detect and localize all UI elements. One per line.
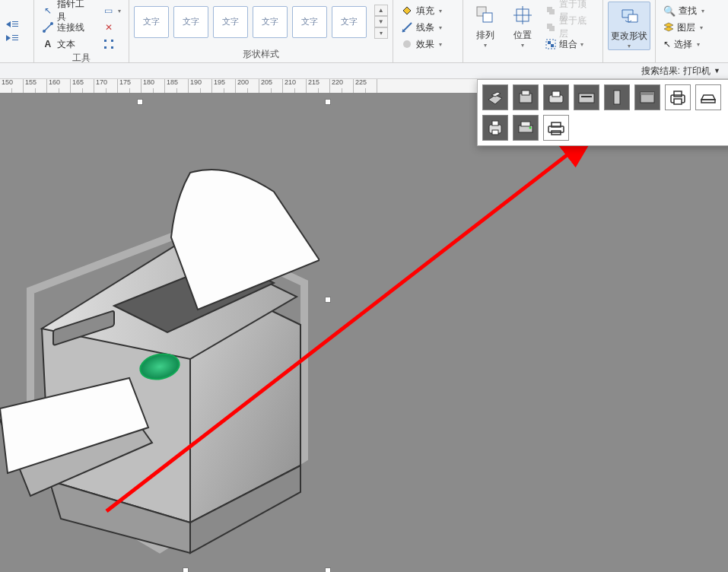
sel-handle-s[interactable] [183,567,189,572]
text-icon: A [42,38,54,50]
canvas[interactable] [0,93,728,572]
svg-rect-1 [12,24,18,24]
svg-rect-43 [492,130,498,135]
svg-rect-0 [12,21,18,22]
svg-rect-34 [614,91,620,104]
shape-search-popup [477,79,728,146]
ribbon-edge [0,0,34,62]
svg-rect-24 [551,44,554,47]
shape-thumb-2[interactable]: 文字 [173,6,208,38]
printer-icon-4[interactable] [574,84,599,110]
rect-tool[interactable]: ▭▾ [100,3,124,18]
svg-point-46 [529,127,532,129]
svg-rect-8 [104,40,106,42]
group-icon [545,39,556,49]
shape-thumb-5[interactable]: 文字 [292,6,327,38]
search-term: 打印机 [683,65,711,78]
send-back-button[interactable]: 置于底层 [542,20,597,35]
svg-rect-23 [548,41,551,44]
svg-rect-5 [12,40,18,40]
printer-icon-6[interactable] [634,84,660,110]
svg-rect-10 [104,46,106,49]
svg-rect-31 [552,91,560,97]
send-back-icon [545,22,556,33]
printer-icon-2[interactable] [513,84,539,110]
select-button[interactable]: ↖选择▾ [660,37,707,52]
svg-point-7 [50,22,53,25]
printer-icon-10[interactable] [513,115,539,141]
printer-icon-5[interactable] [604,84,630,110]
svg-rect-2 [12,26,18,27]
find-button[interactable]: 🔍查找▾ [660,3,707,18]
tools-group-label: 工具 [39,52,124,66]
text-tool[interactable]: A 文本 [39,37,97,52]
fill-button[interactable]: 填充▾ [398,3,445,18]
ribbon: ↖ 指针工具 连接线 A 文本 ▭▾ ✕ 工具 [0,0,728,63]
dots-icon [103,38,115,50]
sel-handle-n[interactable] [137,99,143,105]
bring-front-icon [545,5,556,16]
pointer-icon: ↖ [42,5,54,17]
chevron-down-icon[interactable]: ▼ [714,67,720,75]
printer-icon-11[interactable] [543,115,569,141]
layers-button[interactable]: 图层▾ [660,20,707,35]
arrange-group: 排列▾ 位置▾ 置于顶层 置于底层 组合▾ [463,0,602,62]
printer-shape[interactable] [0,138,319,564]
svg-point-12 [403,40,411,48]
editing-group: 🔍查找▾ 图层▾ ↖选择▾ [656,0,728,62]
gallery-more[interactable]: ▾ [374,27,388,39]
effect-icon [401,38,413,50]
shape-thumb-6[interactable]: 文字 [332,6,367,38]
outdent-icon[interactable] [5,20,20,29]
sel-handle-e[interactable] [325,297,331,303]
svg-rect-19 [549,9,555,14]
change-shape-group: 更改形状▾ [603,0,656,62]
indent-icon[interactable] [5,33,20,43]
change-shape-button[interactable]: 更改形状▾ [608,2,650,50]
gallery-up[interactable]: ▲ [374,5,388,16]
gallery-down[interactable]: ▼ [374,16,388,27]
arrange-button[interactable]: 排列▾ [468,2,502,49]
svg-rect-4 [12,37,18,38]
search-label: 搜索结果: [641,65,680,78]
tools-group: ↖ 指针工具 连接线 A 文本 ▭▾ ✕ 工具 [34,0,129,62]
printer-icon-9[interactable] [482,115,508,141]
shape-thumb-3[interactable]: 文字 [213,6,248,38]
svg-rect-9 [111,40,113,42]
sel-handle-se[interactable] [325,567,331,572]
sel-handle-ne[interactable] [325,99,331,105]
rect-icon: ▭ [103,5,115,17]
arrange-icon [473,3,498,27]
connector-tool[interactable]: 连接线 [39,20,97,35]
svg-point-6 [43,30,46,33]
printer-icon-8[interactable] [695,84,721,110]
svg-rect-14 [483,13,492,22]
position-button[interactable]: 位置▾ [505,2,539,49]
fill-icon [401,5,413,17]
canvas-wrap: 150 155 160 165 170 175 180 185 190 195 … [0,79,728,572]
svg-rect-32 [579,94,594,103]
format-group: 填充▾ 线条▾ 效果▾ [393,0,464,62]
effect-button[interactable]: 效果▾ [398,37,445,52]
svg-rect-36 [641,92,654,95]
shape-gallery[interactable]: 文字 文字 文字 文字 文字 文字 ▲ ▼ ▾ [134,2,388,39]
printer-icon-3[interactable] [543,84,569,110]
pointer-tool[interactable]: ↖ 指针工具 [39,3,97,18]
shape-style-group: 文字 文字 文字 文字 文字 文字 ▲ ▼ ▾ 形状样式 [129,0,393,62]
line-button[interactable]: 线条▾ [398,20,445,35]
gallery-scroll: ▲ ▼ ▾ [374,5,388,39]
svg-rect-42 [492,121,498,126]
edit-points-tool[interactable] [100,37,124,52]
svg-rect-39 [674,99,682,104]
change-shape-icon [617,4,641,28]
shape-style-label: 形状样式 [134,48,388,62]
x-icon: ✕ [103,21,115,33]
svg-rect-11 [111,46,113,49]
shape-thumb-4[interactable]: 文字 [253,6,288,38]
printer-icon-1[interactable] [482,84,508,110]
printer-icon-7[interactable] [665,84,691,110]
shape-thumb-1[interactable]: 文字 [134,6,169,38]
svg-rect-40 [701,100,715,103]
delete-point-tool[interactable]: ✕ [100,20,124,35]
group-button[interactable]: 组合▾ [542,37,597,52]
